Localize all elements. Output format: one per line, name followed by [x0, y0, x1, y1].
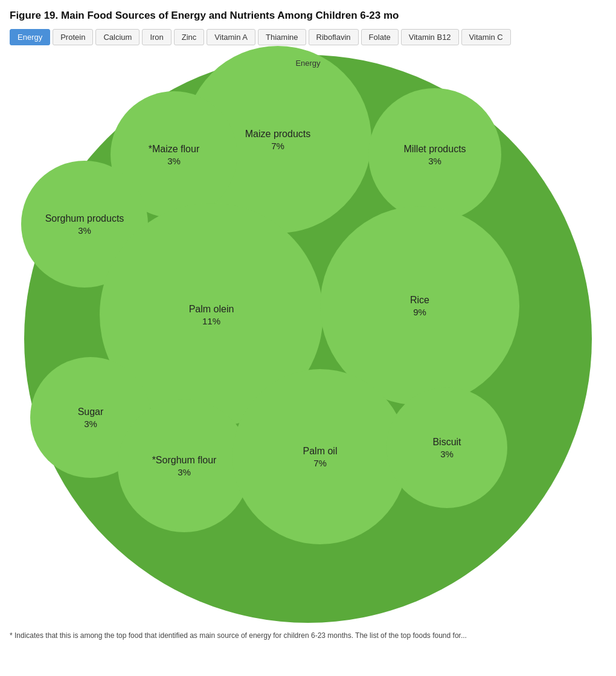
bubble--sorghum-flour: *Sorghum flour3% — [118, 399, 251, 532]
bubble-name: Palm olein — [185, 303, 238, 315]
bubble-percent: 7% — [313, 458, 327, 468]
bubble-percent: 3% — [84, 419, 97, 429]
bubble-name: *Maize flour — [145, 143, 203, 155]
tab-riboflavin[interactable]: Riboflavin — [309, 29, 359, 45]
tab-iron[interactable]: Iron — [142, 29, 171, 45]
chart-label: Energy — [295, 59, 320, 68]
tab-vitamin-a[interactable]: Vitamin A — [207, 29, 255, 45]
bubble-percent: 7% — [271, 141, 284, 151]
tab-energy[interactable]: Energy — [10, 29, 50, 45]
bubble-name: Millet products — [400, 143, 469, 155]
footnote: * Indicates that this is among the top f… — [10, 630, 606, 641]
bubble-percent: 3% — [167, 156, 181, 166]
tab-vitamin-c[interactable]: Vitamin C — [461, 29, 511, 45]
tab-zinc[interactable]: Zinc — [174, 29, 205, 45]
tab-protein[interactable]: Protein — [53, 29, 93, 45]
bubble-millet-products: Millet products3% — [368, 88, 501, 221]
bubble-percent: 3% — [178, 467, 191, 477]
bubble-biscuit: Biscuit3% — [387, 387, 507, 508]
bubble-percent: 3% — [440, 449, 454, 459]
page-title: Figure 19. Main Food Sources of Energy a… — [10, 10, 606, 22]
tab-folate[interactable]: Folate — [361, 29, 399, 45]
bubble-name: Palm oil — [300, 445, 341, 457]
bubble-name: Rice — [406, 294, 433, 306]
bubble-percent: 3% — [428, 156, 441, 166]
tab-calcium[interactable]: Calcium — [95, 29, 140, 45]
bubble-name: Sorghum products — [42, 213, 128, 224]
bubble-percent: 11% — [202, 316, 220, 326]
tab-thiamine[interactable]: Thiamine — [258, 29, 306, 45]
bubble-name: Biscuit — [429, 436, 464, 448]
bubble-name: *Sorghum flour — [149, 454, 220, 466]
bubble-percent: 3% — [78, 225, 91, 236]
tab-vitamin-b12[interactable]: Vitamin B12 — [401, 29, 459, 45]
bubble-chart: Energy Maize products7%Millet products3%… — [24, 55, 592, 623]
bubble-percent: 9% — [413, 307, 426, 317]
bubble-name: Maize products — [242, 128, 315, 140]
tab-bar: EnergyProteinCalciumIronZincVitamin AThi… — [10, 29, 606, 45]
bubble-name: Sugar — [74, 406, 107, 417]
bubble-palm-oil: Palm oil7% — [233, 369, 408, 544]
